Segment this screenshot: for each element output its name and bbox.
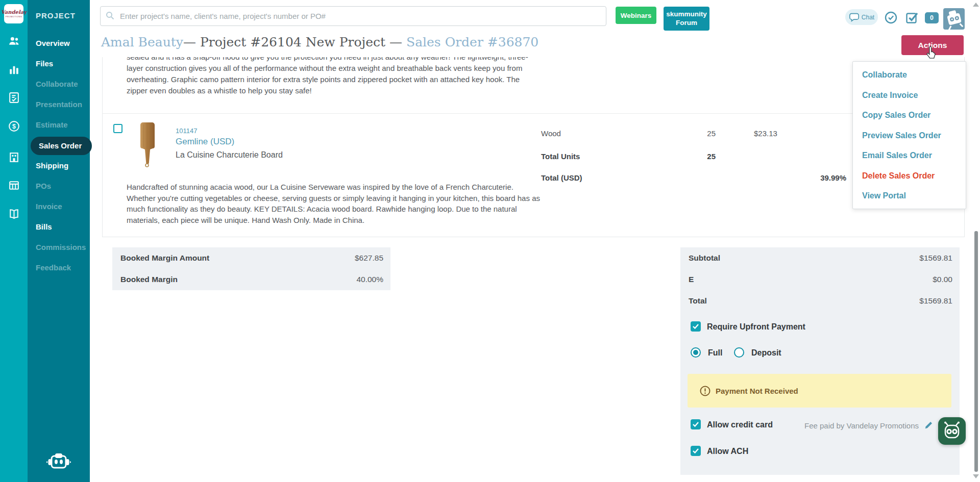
logo-subtext: PROMOTIONS bbox=[6, 15, 22, 18]
total-units-label: Total Units bbox=[541, 152, 580, 161]
total-units-value: 25 bbox=[675, 152, 716, 161]
user-avatar[interactable] bbox=[943, 8, 965, 30]
allow-credit-card-checkbox[interactable] bbox=[691, 419, 701, 429]
sidebar-item-presentation[interactable]: Presentation bbox=[36, 96, 82, 113]
deposit-radio[interactable] bbox=[734, 347, 744, 358]
card-divider bbox=[102, 113, 965, 114]
product-sku-link[interactable]: 101147 bbox=[176, 127, 197, 135]
icon-rail: Vandelay PROMOTIONS $ bbox=[0, 0, 28, 482]
subtotal-row: Subtotal $1569.81 bbox=[680, 251, 960, 265]
menu-item-preview-sales-order[interactable]: Preview Sales Order bbox=[853, 125, 966, 146]
task-check-icon[interactable] bbox=[905, 11, 919, 24]
menu-item-view-portal[interactable]: View Portal bbox=[853, 186, 966, 206]
svg-text:$: $ bbox=[12, 123, 16, 130]
sidebar-item-files[interactable]: Files bbox=[36, 55, 53, 72]
sidebar-item-estimate[interactable]: Estimate bbox=[36, 116, 68, 134]
project-sidebar: PROJECT Overview Files Collaborate Prese… bbox=[28, 0, 90, 482]
intro-description: sealed and it has a snap-off hood to giv… bbox=[127, 57, 535, 97]
sidebar-item-feedback[interactable]: Feedback bbox=[36, 259, 71, 276]
allow-credit-card-label[interactable]: Allow credit card bbox=[707, 420, 773, 429]
warning-icon bbox=[700, 386, 710, 396]
avatar-robot-icon bbox=[943, 8, 965, 30]
total-row: Total $1569.81 bbox=[680, 294, 960, 308]
allow-ach-label[interactable]: Allow ACH bbox=[707, 447, 748, 456]
menu-item-create-invoice[interactable]: Create Invoice bbox=[853, 85, 966, 106]
robot-icon[interactable] bbox=[46, 452, 71, 473]
client-link[interactable]: Amal Beauty bbox=[101, 35, 183, 49]
product-image[interactable] bbox=[136, 121, 158, 170]
tax-row: E $0.00 bbox=[680, 273, 960, 286]
quantity-value: 25 bbox=[675, 129, 716, 138]
webinars-button[interactable]: Webinars bbox=[616, 7, 656, 24]
product-name: La Cuisine Charcuterie Board bbox=[176, 150, 283, 160]
open-book-icon[interactable] bbox=[8, 208, 20, 220]
require-upfront-checkbox[interactable] bbox=[691, 321, 701, 332]
deposit-radio-label[interactable]: Deposit bbox=[751, 348, 781, 358]
full-radio-label[interactable]: Full bbox=[708, 348, 722, 358]
menu-item-copy-sales-order[interactable]: Copy Sales Order bbox=[853, 105, 966, 125]
chat-button[interactable]: Chat bbox=[845, 9, 878, 25]
skummunity-forum-button[interactable]: skummunity Forum bbox=[664, 7, 709, 31]
clock-check-icon[interactable] bbox=[885, 11, 897, 24]
sidebar-item-sales-order[interactable]: Sales Order bbox=[39, 137, 82, 155]
vandelay-logo[interactable]: Vandelay PROMOTIONS bbox=[4, 4, 23, 23]
chat-label: Chat bbox=[862, 14, 874, 21]
actions-dropdown-menu: Collaborate Create Invoice Copy Sales Or… bbox=[852, 61, 966, 209]
supplier-link[interactable]: Gemline (USD) bbox=[176, 137, 234, 147]
variant-label: Wood bbox=[541, 129, 561, 138]
sidebar-item-overview[interactable]: Overview bbox=[36, 35, 70, 52]
logo-text: Vandelay bbox=[1, 10, 27, 15]
full-radio[interactable] bbox=[691, 347, 701, 358]
sidebar-item-pos[interactable]: POs bbox=[36, 177, 51, 195]
people-icon[interactable] bbox=[8, 35, 20, 47]
payment-warning-text: Payment Not Received bbox=[716, 387, 798, 395]
dollar-circle-icon[interactable]: $ bbox=[8, 120, 20, 133]
product-description: Handcrafted of stunning acacia wood, our… bbox=[127, 182, 541, 225]
payment-warning: Payment Not Received bbox=[688, 374, 951, 408]
notification-badge[interactable]: 0 bbox=[925, 12, 939, 23]
menu-item-email-sales-order[interactable]: Email Sales Order bbox=[853, 145, 966, 166]
actions-button[interactable]: Actions bbox=[901, 35, 964, 55]
search-icon bbox=[106, 11, 114, 20]
clipboard-check-icon[interactable] bbox=[8, 91, 20, 104]
booked-margin-panel: Booked Margin Amount $627.85 Booked Marg… bbox=[112, 247, 390, 290]
menu-item-collaborate[interactable]: Collaborate bbox=[853, 65, 966, 85]
line-item-checkbox[interactable] bbox=[113, 124, 122, 133]
sidebar-item-invoice[interactable]: Invoice bbox=[36, 198, 62, 215]
widget-robot-icon bbox=[942, 421, 962, 441]
sidebar-item-bills[interactable]: Bills bbox=[36, 218, 52, 236]
sidebar-section-title: PROJECT bbox=[36, 11, 76, 20]
sidebar-item-shipping[interactable]: Shipping bbox=[36, 157, 68, 174]
support-widget-button[interactable] bbox=[938, 417, 966, 445]
total-usd-label: Total (USD) bbox=[541, 173, 582, 182]
edit-fee-icon[interactable] bbox=[924, 421, 933, 430]
chat-bubble-icon bbox=[849, 12, 860, 22]
unit-price-value: $23.13 bbox=[754, 129, 777, 138]
scrollbar-down-arrow[interactable] bbox=[973, 474, 979, 478]
require-upfront-label[interactable]: Require Upfront Payment bbox=[707, 322, 805, 332]
sales-order-link[interactable]: Sales Order #36870 bbox=[406, 35, 538, 49]
totals-panel: Subtotal $1569.81 E $0.00 Total $1569.81… bbox=[680, 247, 960, 475]
scrollbar-thumb[interactable] bbox=[974, 231, 978, 472]
page-title: Amal Beauty— Project #26104 New Project … bbox=[101, 35, 538, 49]
project-title: Project #26104 New Project bbox=[200, 35, 385, 49]
allow-ach-checkbox[interactable] bbox=[691, 446, 701, 456]
building-icon[interactable] bbox=[8, 151, 20, 164]
grid-table-icon[interactable] bbox=[8, 179, 20, 192]
scrollbar-up-arrow[interactable] bbox=[973, 3, 979, 7]
bar-chart-icon[interactable] bbox=[8, 64, 20, 77]
menu-item-delete-sales-order[interactable]: Delete Sales Order bbox=[853, 166, 966, 186]
search-input[interactable] bbox=[100, 6, 606, 26]
sidebar-item-commissions[interactable]: Commissions bbox=[36, 239, 86, 256]
booked-margin-amount-row: Booked Margin Amount $627.85 bbox=[112, 251, 390, 265]
sidebar-item-collaborate[interactable]: Collaborate bbox=[36, 75, 78, 93]
booked-margin-row: Booked Margin 40.00% bbox=[112, 273, 390, 286]
fee-note: Fee paid by Vandelay Promotions bbox=[804, 421, 919, 430]
total-margin-percent: 39.99% bbox=[785, 173, 846, 182]
